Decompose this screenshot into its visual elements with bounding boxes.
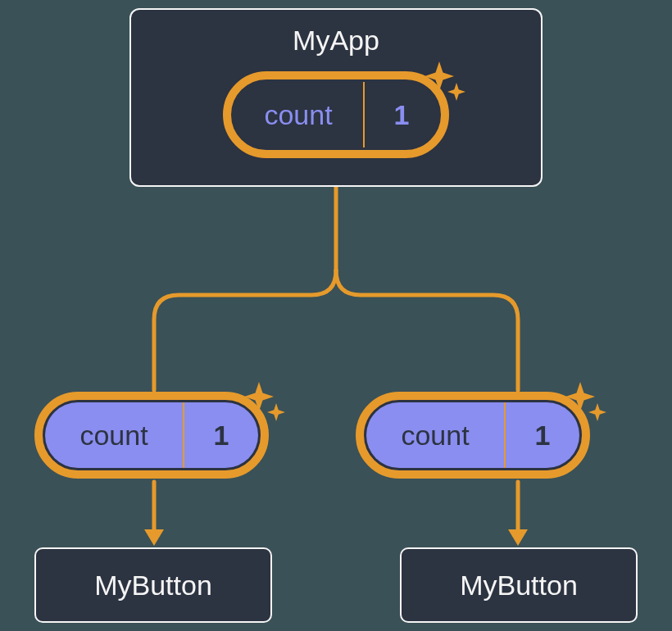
diagram-canvas: MyApp count 1 count 1 <box>0 0 672 631</box>
state-label: count <box>45 402 184 468</box>
child-component-box-left: MyButton <box>34 547 272 623</box>
state-label: count <box>366 402 506 468</box>
state-label: count <box>234 82 365 148</box>
parent-component-title: MyApp <box>293 25 379 57</box>
child-state-pill-right: count 1 <box>356 392 590 479</box>
parent-state-pill: count 1 <box>223 71 449 158</box>
sparkle-icon <box>239 380 288 429</box>
child-component-box-right: MyButton <box>400 547 638 623</box>
child-state-pill-left: count 1 <box>34 392 269 479</box>
child-component-title: MyButton <box>460 570 578 601</box>
child-component-title: MyButton <box>94 570 212 601</box>
svg-marker-0 <box>144 529 164 546</box>
sparkle-icon <box>561 380 610 429</box>
parent-component-box: MyApp count 1 <box>129 8 543 187</box>
svg-marker-1 <box>508 529 528 546</box>
sparkle-icon <box>420 60 469 109</box>
